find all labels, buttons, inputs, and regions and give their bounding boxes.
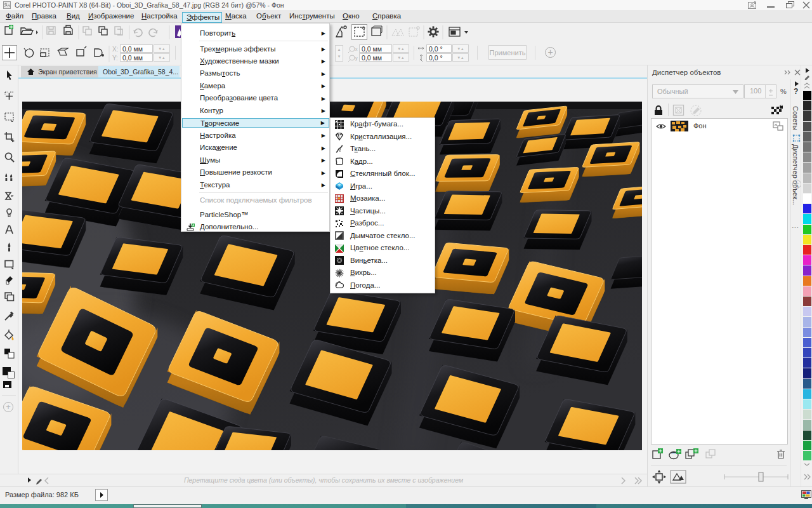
svg-text:y: y — [355, 56, 358, 61]
svg-text:x: x — [355, 47, 358, 51]
svg-text:X:: X: — [112, 46, 118, 53]
svg-text:Y:: Y: — [112, 55, 118, 62]
